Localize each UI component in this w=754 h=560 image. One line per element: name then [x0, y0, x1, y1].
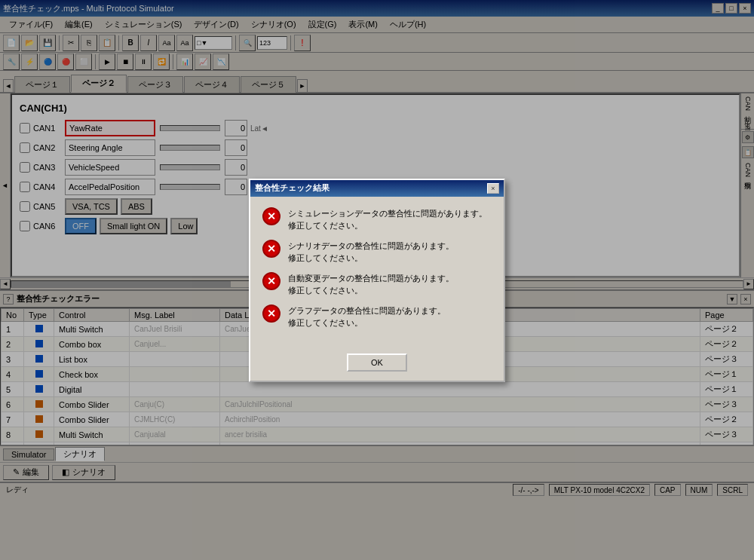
modal-footer: OK	[250, 347, 504, 381]
modal-ok-button[interactable]: OK	[347, 353, 407, 372]
modal-msg-4: グラフデータの整合性に問題があります。 修正してください。	[288, 304, 446, 329]
modal-dialog: 整合性チェック結果 × ✕ シミュレーションデータの整合性に問題があります。 修…	[249, 179, 505, 382]
error-icon-3: ✕	[262, 272, 280, 290]
error-icon-4: ✕	[262, 304, 280, 323]
modal-close-button[interactable]: ×	[487, 183, 499, 194]
modal-title: 整合性チェック結果	[255, 182, 329, 194]
modal-row-4: ✕ グラフデータの整合性に問題があります。 修正してください。	[262, 304, 492, 329]
modal-titlebar: 整合性チェック結果 ×	[250, 180, 504, 197]
modal-overlay: 整合性チェック結果 × ✕ シミュレーションデータの整合性に問題があります。 修…	[0, 0, 754, 560]
modal-msg-2: シナリオデータの整合性に問題があります。 修正してください。	[288, 240, 454, 265]
modal-msg-1: シミュレーションデータの整合性に問題があります。 修正してください。	[288, 207, 487, 232]
error-icon-2: ✕	[262, 240, 280, 258]
error-icon-1: ✕	[262, 207, 280, 225]
modal-row-2: ✕ シナリオデータの整合性に問題があります。 修正してください。	[262, 240, 492, 265]
modal-body: ✕ シミュレーションデータの整合性に問題があります。 修正してください。 ✕ シ…	[250, 197, 504, 347]
modal-row-1: ✕ シミュレーションデータの整合性に問題があります。 修正してください。	[262, 207, 492, 232]
modal-row-3: ✕ 自動変更データの整合性に問題があります。 修正してください。	[262, 272, 492, 297]
modal-msg-3: 自動変更データの整合性に問題があります。 修正してください。	[288, 272, 454, 297]
